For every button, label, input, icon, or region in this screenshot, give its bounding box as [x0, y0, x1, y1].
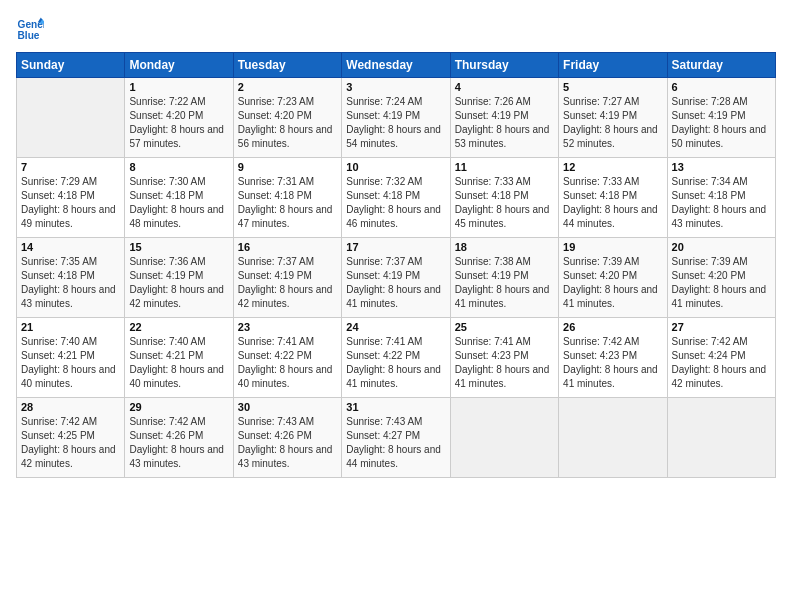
day-number: 2	[238, 81, 337, 93]
calendar-cell: 12Sunrise: 7:33 AMSunset: 4:18 PMDayligh…	[559, 158, 667, 238]
calendar-body: 1Sunrise: 7:22 AMSunset: 4:20 PMDaylight…	[17, 78, 776, 478]
calendar-cell: 19Sunrise: 7:39 AMSunset: 4:20 PMDayligh…	[559, 238, 667, 318]
day-number: 5	[563, 81, 662, 93]
calendar-cell: 17Sunrise: 7:37 AMSunset: 4:19 PMDayligh…	[342, 238, 450, 318]
day-info: Sunrise: 7:23 AMSunset: 4:20 PMDaylight:…	[238, 95, 337, 151]
weekday-tuesday: Tuesday	[233, 53, 341, 78]
week-row-1: 1Sunrise: 7:22 AMSunset: 4:20 PMDaylight…	[17, 78, 776, 158]
day-number: 1	[129, 81, 228, 93]
week-row-4: 21Sunrise: 7:40 AMSunset: 4:21 PMDayligh…	[17, 318, 776, 398]
weekday-header-row: SundayMondayTuesdayWednesdayThursdayFrid…	[17, 53, 776, 78]
day-info: Sunrise: 7:41 AMSunset: 4:23 PMDaylight:…	[455, 335, 554, 391]
week-row-2: 7Sunrise: 7:29 AMSunset: 4:18 PMDaylight…	[17, 158, 776, 238]
day-number: 27	[672, 321, 771, 333]
calendar-cell: 23Sunrise: 7:41 AMSunset: 4:22 PMDayligh…	[233, 318, 341, 398]
day-info: Sunrise: 7:40 AMSunset: 4:21 PMDaylight:…	[129, 335, 228, 391]
calendar-cell: 30Sunrise: 7:43 AMSunset: 4:26 PMDayligh…	[233, 398, 341, 478]
day-info: Sunrise: 7:33 AMSunset: 4:18 PMDaylight:…	[455, 175, 554, 231]
day-info: Sunrise: 7:42 AMSunset: 4:26 PMDaylight:…	[129, 415, 228, 471]
calendar-cell	[450, 398, 558, 478]
weekday-wednesday: Wednesday	[342, 53, 450, 78]
calendar-cell	[667, 398, 775, 478]
calendar-cell: 10Sunrise: 7:32 AMSunset: 4:18 PMDayligh…	[342, 158, 450, 238]
day-info: Sunrise: 7:33 AMSunset: 4:18 PMDaylight:…	[563, 175, 662, 231]
logo-icon: General Blue	[16, 16, 44, 44]
calendar-cell: 9Sunrise: 7:31 AMSunset: 4:18 PMDaylight…	[233, 158, 341, 238]
day-info: Sunrise: 7:39 AMSunset: 4:20 PMDaylight:…	[563, 255, 662, 311]
day-number: 23	[238, 321, 337, 333]
day-number: 12	[563, 161, 662, 173]
weekday-thursday: Thursday	[450, 53, 558, 78]
day-number: 7	[21, 161, 120, 173]
calendar-cell: 24Sunrise: 7:41 AMSunset: 4:22 PMDayligh…	[342, 318, 450, 398]
weekday-saturday: Saturday	[667, 53, 775, 78]
calendar-cell: 13Sunrise: 7:34 AMSunset: 4:18 PMDayligh…	[667, 158, 775, 238]
day-info: Sunrise: 7:34 AMSunset: 4:18 PMDaylight:…	[672, 175, 771, 231]
day-number: 22	[129, 321, 228, 333]
day-number: 19	[563, 241, 662, 253]
calendar-cell: 7Sunrise: 7:29 AMSunset: 4:18 PMDaylight…	[17, 158, 125, 238]
day-info: Sunrise: 7:41 AMSunset: 4:22 PMDaylight:…	[238, 335, 337, 391]
calendar-cell: 22Sunrise: 7:40 AMSunset: 4:21 PMDayligh…	[125, 318, 233, 398]
calendar-cell: 16Sunrise: 7:37 AMSunset: 4:19 PMDayligh…	[233, 238, 341, 318]
day-number: 8	[129, 161, 228, 173]
day-number: 29	[129, 401, 228, 413]
svg-text:Blue: Blue	[18, 30, 40, 41]
day-info: Sunrise: 7:27 AMSunset: 4:19 PMDaylight:…	[563, 95, 662, 151]
day-number: 25	[455, 321, 554, 333]
calendar-cell: 8Sunrise: 7:30 AMSunset: 4:18 PMDaylight…	[125, 158, 233, 238]
day-number: 28	[21, 401, 120, 413]
calendar-cell: 29Sunrise: 7:42 AMSunset: 4:26 PMDayligh…	[125, 398, 233, 478]
day-number: 15	[129, 241, 228, 253]
calendar-cell: 31Sunrise: 7:43 AMSunset: 4:27 PMDayligh…	[342, 398, 450, 478]
header: General Blue	[16, 16, 776, 44]
day-number: 24	[346, 321, 445, 333]
day-number: 14	[21, 241, 120, 253]
calendar-cell	[559, 398, 667, 478]
calendar-cell: 26Sunrise: 7:42 AMSunset: 4:23 PMDayligh…	[559, 318, 667, 398]
day-info: Sunrise: 7:31 AMSunset: 4:18 PMDaylight:…	[238, 175, 337, 231]
calendar-cell: 20Sunrise: 7:39 AMSunset: 4:20 PMDayligh…	[667, 238, 775, 318]
calendar-cell: 14Sunrise: 7:35 AMSunset: 4:18 PMDayligh…	[17, 238, 125, 318]
logo: General Blue	[16, 16, 44, 44]
calendar-cell: 15Sunrise: 7:36 AMSunset: 4:19 PMDayligh…	[125, 238, 233, 318]
calendar-cell: 18Sunrise: 7:38 AMSunset: 4:19 PMDayligh…	[450, 238, 558, 318]
day-info: Sunrise: 7:43 AMSunset: 4:27 PMDaylight:…	[346, 415, 445, 471]
day-number: 31	[346, 401, 445, 413]
calendar-container: General Blue SundayMondayTuesdayWednesda…	[0, 0, 792, 612]
day-info: Sunrise: 7:24 AMSunset: 4:19 PMDaylight:…	[346, 95, 445, 151]
calendar-cell: 11Sunrise: 7:33 AMSunset: 4:18 PMDayligh…	[450, 158, 558, 238]
day-number: 3	[346, 81, 445, 93]
day-info: Sunrise: 7:42 AMSunset: 4:23 PMDaylight:…	[563, 335, 662, 391]
calendar-cell: 3Sunrise: 7:24 AMSunset: 4:19 PMDaylight…	[342, 78, 450, 158]
calendar-cell: 28Sunrise: 7:42 AMSunset: 4:25 PMDayligh…	[17, 398, 125, 478]
weekday-monday: Monday	[125, 53, 233, 78]
day-number: 6	[672, 81, 771, 93]
day-info: Sunrise: 7:35 AMSunset: 4:18 PMDaylight:…	[21, 255, 120, 311]
day-info: Sunrise: 7:42 AMSunset: 4:25 PMDaylight:…	[21, 415, 120, 471]
calendar-table: SundayMondayTuesdayWednesdayThursdayFrid…	[16, 52, 776, 478]
calendar-cell: 2Sunrise: 7:23 AMSunset: 4:20 PMDaylight…	[233, 78, 341, 158]
day-number: 21	[21, 321, 120, 333]
day-info: Sunrise: 7:37 AMSunset: 4:19 PMDaylight:…	[238, 255, 337, 311]
day-number: 13	[672, 161, 771, 173]
week-row-5: 28Sunrise: 7:42 AMSunset: 4:25 PMDayligh…	[17, 398, 776, 478]
day-info: Sunrise: 7:39 AMSunset: 4:20 PMDaylight:…	[672, 255, 771, 311]
calendar-cell: 4Sunrise: 7:26 AMSunset: 4:19 PMDaylight…	[450, 78, 558, 158]
day-info: Sunrise: 7:22 AMSunset: 4:20 PMDaylight:…	[129, 95, 228, 151]
day-info: Sunrise: 7:43 AMSunset: 4:26 PMDaylight:…	[238, 415, 337, 471]
calendar-cell: 6Sunrise: 7:28 AMSunset: 4:19 PMDaylight…	[667, 78, 775, 158]
weekday-friday: Friday	[559, 53, 667, 78]
day-number: 26	[563, 321, 662, 333]
day-info: Sunrise: 7:26 AMSunset: 4:19 PMDaylight:…	[455, 95, 554, 151]
day-info: Sunrise: 7:38 AMSunset: 4:19 PMDaylight:…	[455, 255, 554, 311]
day-info: Sunrise: 7:37 AMSunset: 4:19 PMDaylight:…	[346, 255, 445, 311]
day-info: Sunrise: 7:29 AMSunset: 4:18 PMDaylight:…	[21, 175, 120, 231]
calendar-cell: 27Sunrise: 7:42 AMSunset: 4:24 PMDayligh…	[667, 318, 775, 398]
day-info: Sunrise: 7:30 AMSunset: 4:18 PMDaylight:…	[129, 175, 228, 231]
day-info: Sunrise: 7:36 AMSunset: 4:19 PMDaylight:…	[129, 255, 228, 311]
day-info: Sunrise: 7:42 AMSunset: 4:24 PMDaylight:…	[672, 335, 771, 391]
day-number: 30	[238, 401, 337, 413]
day-number: 16	[238, 241, 337, 253]
day-number: 10	[346, 161, 445, 173]
